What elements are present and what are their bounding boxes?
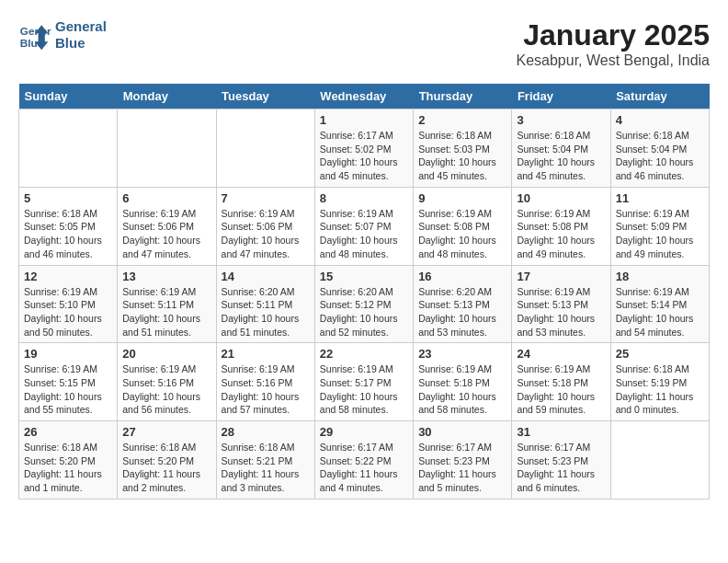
header-monday: Monday	[118, 84, 216, 109]
day-cell: 31Sunrise: 6:17 AM Sunset: 5:23 PM Dayli…	[512, 421, 610, 500]
day-number: 5	[24, 191, 112, 205]
day-info: Sunrise: 6:18 AM Sunset: 5:20 PM Dayligh…	[122, 441, 210, 495]
header-saturday: Saturday	[610, 84, 709, 109]
day-info: Sunrise: 6:20 AM Sunset: 5:12 PM Dayligh…	[320, 285, 408, 339]
day-info: Sunrise: 6:19 AM Sunset: 5:11 PM Dayligh…	[122, 285, 210, 339]
day-info: Sunrise: 6:20 AM Sunset: 5:13 PM Dayligh…	[418, 285, 506, 339]
week-row-5: 26Sunrise: 6:18 AM Sunset: 5:20 PM Dayli…	[19, 421, 710, 500]
logo-line1: General	[55, 18, 107, 35]
day-number: 24	[517, 347, 605, 361]
day-info: Sunrise: 6:19 AM Sunset: 5:18 PM Dayligh…	[517, 362, 605, 417]
day-info: Sunrise: 6:17 AM Sunset: 5:23 PM Dayligh…	[418, 441, 506, 495]
location: Kesabpur, West Bengal, India	[516, 52, 710, 69]
day-cell	[118, 109, 216, 188]
day-cell: 11Sunrise: 6:19 AM Sunset: 5:09 PM Dayli…	[610, 187, 709, 265]
day-cell: 21Sunrise: 6:19 AM Sunset: 5:16 PM Dayli…	[216, 343, 314, 421]
week-row-3: 12Sunrise: 6:19 AM Sunset: 5:10 PM Dayli…	[19, 265, 710, 343]
day-number: 11	[616, 191, 704, 205]
day-info: Sunrise: 6:19 AM Sunset: 5:08 PM Dayligh…	[418, 207, 506, 261]
day-info: Sunrise: 6:20 AM Sunset: 5:11 PM Dayligh…	[222, 285, 310, 339]
logo-line2: Blue	[55, 35, 107, 52]
week-row-4: 19Sunrise: 6:19 AM Sunset: 5:15 PM Dayli…	[19, 343, 710, 421]
day-info: Sunrise: 6:17 AM Sunset: 5:02 PM Dayligh…	[320, 129, 408, 183]
day-number: 10	[517, 191, 605, 205]
day-number: 19	[24, 347, 112, 361]
day-info: Sunrise: 6:19 AM Sunset: 5:10 PM Dayligh…	[24, 285, 112, 339]
day-info: Sunrise: 6:19 AM Sunset: 5:17 PM Dayligh…	[320, 362, 408, 417]
day-info: Sunrise: 6:19 AM Sunset: 5:08 PM Dayligh…	[517, 207, 605, 261]
day-info: Sunrise: 6:17 AM Sunset: 5:23 PM Dayligh…	[517, 441, 605, 495]
day-number: 29	[320, 425, 408, 439]
logo: General Blue General Blue	[18, 18, 107, 52]
svg-text:General: General	[20, 25, 51, 37]
days-header-row: SundayMondayTuesdayWednesdayThursdayFrid…	[19, 84, 710, 109]
day-number: 4	[616, 113, 704, 127]
header-wednesday: Wednesday	[314, 84, 413, 109]
day-cell: 26Sunrise: 6:18 AM Sunset: 5:20 PM Dayli…	[19, 421, 118, 500]
day-info: Sunrise: 6:18 AM Sunset: 5:04 PM Dayligh…	[517, 129, 605, 183]
day-cell: 15Sunrise: 6:20 AM Sunset: 5:12 PM Dayli…	[314, 265, 413, 343]
day-info: Sunrise: 6:19 AM Sunset: 5:06 PM Dayligh…	[222, 207, 310, 261]
header-friday: Friday	[512, 84, 610, 109]
day-cell: 2Sunrise: 6:18 AM Sunset: 5:03 PM Daylig…	[414, 109, 512, 188]
week-row-2: 5Sunrise: 6:18 AM Sunset: 5:05 PM Daylig…	[19, 187, 710, 265]
day-cell	[610, 421, 709, 500]
day-cell: 3Sunrise: 6:18 AM Sunset: 5:04 PM Daylig…	[512, 109, 610, 188]
header-sunday: Sunday	[19, 84, 118, 109]
day-number: 18	[616, 270, 704, 283]
day-cell: 17Sunrise: 6:19 AM Sunset: 5:13 PM Dayli…	[512, 265, 610, 343]
day-number: 1	[320, 113, 408, 127]
day-cell: 4Sunrise: 6:18 AM Sunset: 5:04 PM Daylig…	[610, 109, 709, 188]
day-info: Sunrise: 6:19 AM Sunset: 5:09 PM Dayligh…	[616, 207, 704, 261]
month-title: January 2025	[516, 18, 710, 52]
day-cell: 1Sunrise: 6:17 AM Sunset: 5:02 PM Daylig…	[314, 109, 413, 188]
page-header: General Blue General Blue January 2025 K…	[18, 18, 710, 69]
day-cell: 24Sunrise: 6:19 AM Sunset: 5:18 PM Dayli…	[512, 343, 610, 421]
day-cell: 20Sunrise: 6:19 AM Sunset: 5:16 PM Dayli…	[118, 343, 216, 421]
day-number: 17	[517, 270, 605, 283]
day-number: 26	[24, 425, 112, 439]
day-info: Sunrise: 6:17 AM Sunset: 5:22 PM Dayligh…	[320, 441, 408, 495]
logo-icon: General Blue	[18, 18, 51, 52]
day-number: 25	[616, 347, 704, 361]
day-number: 31	[517, 425, 605, 439]
day-info: Sunrise: 6:18 AM Sunset: 5:21 PM Dayligh…	[222, 441, 310, 495]
day-cell: 5Sunrise: 6:18 AM Sunset: 5:05 PM Daylig…	[19, 187, 118, 265]
day-number: 21	[222, 347, 310, 361]
day-cell: 16Sunrise: 6:20 AM Sunset: 5:13 PM Dayli…	[414, 265, 512, 343]
day-number: 6	[122, 191, 210, 205]
calendar-table: SundayMondayTuesdayWednesdayThursdayFrid…	[18, 84, 710, 500]
day-number: 28	[222, 425, 310, 439]
day-info: Sunrise: 6:18 AM Sunset: 5:05 PM Dayligh…	[24, 207, 112, 261]
header-tuesday: Tuesday	[216, 84, 314, 109]
day-info: Sunrise: 6:19 AM Sunset: 5:16 PM Dayligh…	[222, 362, 310, 417]
day-cell: 18Sunrise: 6:19 AM Sunset: 5:14 PM Dayli…	[610, 265, 709, 343]
day-cell: 27Sunrise: 6:18 AM Sunset: 5:20 PM Dayli…	[118, 421, 216, 500]
day-info: Sunrise: 6:18 AM Sunset: 5:04 PM Dayligh…	[616, 129, 704, 183]
day-info: Sunrise: 6:19 AM Sunset: 5:13 PM Dayligh…	[517, 285, 605, 339]
day-number: 30	[418, 425, 506, 439]
day-number: 16	[418, 270, 506, 283]
day-number: 20	[122, 347, 210, 361]
day-number: 9	[418, 191, 506, 205]
day-cell: 12Sunrise: 6:19 AM Sunset: 5:10 PM Dayli…	[19, 265, 118, 343]
day-cell: 13Sunrise: 6:19 AM Sunset: 5:11 PM Dayli…	[118, 265, 216, 343]
day-number: 12	[24, 270, 112, 283]
day-cell: 6Sunrise: 6:19 AM Sunset: 5:06 PM Daylig…	[118, 187, 216, 265]
day-cell: 8Sunrise: 6:19 AM Sunset: 5:07 PM Daylig…	[314, 187, 413, 265]
day-cell: 10Sunrise: 6:19 AM Sunset: 5:08 PM Dayli…	[512, 187, 610, 265]
day-number: 7	[222, 191, 310, 205]
day-number: 22	[320, 347, 408, 361]
day-info: Sunrise: 6:19 AM Sunset: 5:14 PM Dayligh…	[616, 285, 704, 339]
day-number: 23	[418, 347, 506, 361]
day-cell: 14Sunrise: 6:20 AM Sunset: 5:11 PM Dayli…	[216, 265, 314, 343]
day-info: Sunrise: 6:18 AM Sunset: 5:03 PM Dayligh…	[418, 129, 506, 183]
day-cell: 29Sunrise: 6:17 AM Sunset: 5:22 PM Dayli…	[314, 421, 413, 500]
day-info: Sunrise: 6:19 AM Sunset: 5:06 PM Dayligh…	[122, 207, 210, 261]
day-info: Sunrise: 6:19 AM Sunset: 5:18 PM Dayligh…	[418, 362, 506, 417]
day-cell	[19, 109, 118, 188]
day-cell	[216, 109, 314, 188]
day-number: 15	[320, 270, 408, 283]
day-cell: 23Sunrise: 6:19 AM Sunset: 5:18 PM Dayli…	[414, 343, 512, 421]
day-cell: 7Sunrise: 6:19 AM Sunset: 5:06 PM Daylig…	[216, 187, 314, 265]
